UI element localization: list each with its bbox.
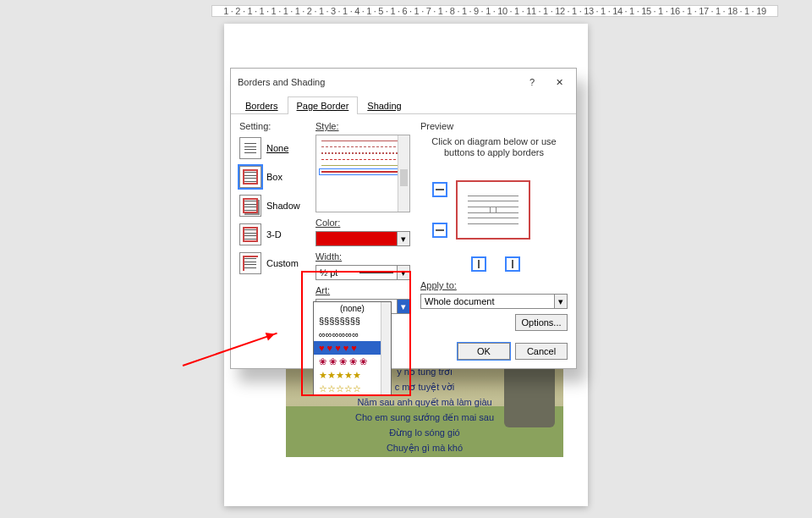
close-button[interactable]: ✕ bbox=[549, 74, 569, 91]
chevron-down-icon[interactable]: ▾ bbox=[555, 294, 568, 309]
setting-shadow[interactable]: Shadow bbox=[239, 192, 305, 219]
dialog-title: Borders and Shading bbox=[238, 77, 325, 87]
setting-custom[interactable]: Custom bbox=[239, 250, 305, 277]
chevron-down-icon[interactable]: ▾ bbox=[398, 299, 410, 314]
setting-label: Setting: bbox=[239, 121, 305, 131]
preview-diagram[interactable] bbox=[420, 165, 568, 275]
chevron-down-icon[interactable]: ▾ bbox=[398, 265, 410, 280]
setting-box[interactable]: Box bbox=[239, 163, 305, 190]
apply-to-select[interactable]: Whole document ▾ bbox=[420, 294, 568, 309]
svg-text:∞∞∞∞∞∞: ∞∞∞∞∞∞ bbox=[319, 329, 359, 339]
apply-to-label: Apply to: bbox=[420, 280, 568, 290]
preview-hint: Click on diagram below or use buttons to… bbox=[420, 135, 568, 165]
border-top-button[interactable] bbox=[432, 182, 447, 197]
art-dropdown-list[interactable]: (none) §§§§§§§§ ∞∞∞∞∞∞ ♥ ♥ ♥ ♥ ♥ ❀ ❀ ❀ ❀… bbox=[313, 301, 392, 396]
chevron-down-icon[interactable]: ▾ bbox=[398, 231, 410, 246]
svg-text:☆☆☆☆☆: ☆☆☆☆☆ bbox=[319, 383, 361, 394]
dialog-tabs: Borders Page Border Shading bbox=[231, 96, 576, 114]
preview-page[interactable] bbox=[456, 180, 530, 240]
svg-text:❀ ❀ ❀ ❀ ❀: ❀ ❀ ❀ ❀ ❀ bbox=[319, 356, 367, 366]
art-option-hearts[interactable]: ♥ ♥ ♥ ♥ ♥ bbox=[314, 341, 391, 355]
style-label: Style: bbox=[315, 121, 410, 131]
tab-borders[interactable]: Borders bbox=[236, 96, 288, 114]
style-list[interactable] bbox=[315, 135, 410, 212]
art-option-stars-outline[interactable]: ☆☆☆☆☆ bbox=[314, 382, 391, 395]
art-option-ornate[interactable]: ∞∞∞∞∞∞ bbox=[314, 328, 391, 341]
art-option-none[interactable]: (none) bbox=[314, 302, 391, 314]
border-left-button[interactable] bbox=[471, 256, 486, 272]
art-option-swirls[interactable]: §§§§§§§§ bbox=[314, 314, 391, 328]
svg-text:§§§§§§§§: §§§§§§§§ bbox=[319, 316, 360, 326]
color-select[interactable]: ▾ bbox=[315, 231, 410, 246]
tab-shading[interactable]: Shading bbox=[358, 96, 410, 114]
help-button[interactable]: ? bbox=[522, 74, 542, 91]
color-swatch bbox=[315, 231, 398, 246]
borders-shading-dialog: Borders and Shading ? ✕ Borders Page Bor… bbox=[230, 68, 577, 369]
width-select[interactable]: ½ pt ▾ bbox=[315, 265, 410, 280]
art-option-roses[interactable]: ❀ ❀ ❀ ❀ ❀ bbox=[314, 355, 391, 368]
art-option-stars-gold[interactable]: ★★★★★ bbox=[314, 368, 391, 382]
cancel-button[interactable]: Cancel bbox=[515, 343, 568, 360]
setting-3d[interactable]: 3-D bbox=[239, 221, 305, 248]
art-scrollbar[interactable] bbox=[381, 302, 391, 395]
options-button[interactable]: Options... bbox=[515, 314, 568, 331]
setting-none[interactable]: None bbox=[239, 135, 305, 162]
art-label: Art: bbox=[315, 285, 410, 295]
style-scrollbar[interactable] bbox=[398, 135, 409, 212]
svg-text:♥ ♥ ♥ ♥ ♥: ♥ ♥ ♥ ♥ ♥ bbox=[319, 343, 357, 353]
dialog-titlebar[interactable]: Borders and Shading ? ✕ bbox=[231, 69, 576, 96]
ok-button[interactable]: OK bbox=[458, 343, 510, 360]
preview-label: Preview bbox=[420, 121, 568, 131]
border-bottom-button[interactable] bbox=[432, 223, 447, 238]
horizontal-ruler: 1 · 2 · 1 · 1 · 1 · 1 · 1 · 2 · 1 · 3 · … bbox=[211, 5, 778, 17]
svg-text:★★★★★: ★★★★★ bbox=[319, 370, 361, 380]
width-label: Width: bbox=[315, 251, 410, 262]
color-label: Color: bbox=[315, 218, 410, 228]
border-right-button[interactable] bbox=[505, 256, 520, 272]
tab-page-border[interactable]: Page Border bbox=[288, 96, 359, 114]
